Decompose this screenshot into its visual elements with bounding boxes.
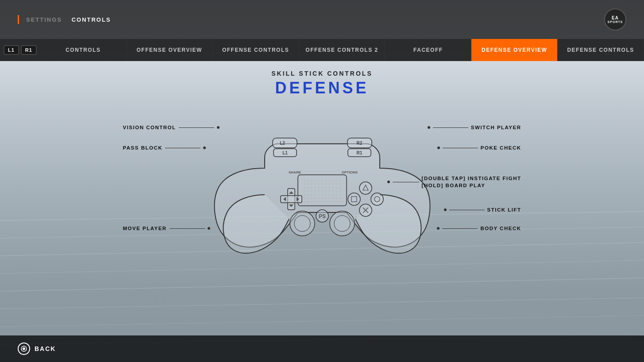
svg-text:L1: L1 (282, 150, 288, 155)
settings-label: SETTINGS (26, 16, 62, 23)
tabs: CONTROLS OFFENSE OVERVIEW OFFENSE CONTRO… (40, 39, 644, 61)
l1-button[interactable]: L1 (4, 45, 19, 55)
switch-player-text: SWITCH PLAYER (471, 125, 521, 130)
header-title: CONTROLS (72, 16, 111, 23)
svg-point-75 (314, 198, 315, 199)
tab-faceoff[interactable]: FACEOFF (385, 39, 471, 61)
svg-point-90 (328, 201, 329, 202)
svg-point-57 (328, 191, 329, 192)
svg-point-24 (328, 180, 329, 181)
tab-defense-overview[interactable]: DEFENSE OVERVIEW (471, 39, 558, 61)
body-check-text: BODY CHECK (480, 226, 521, 231)
header: SETTINGS CONTROLS EA SPORTS (0, 0, 644, 39)
diagram-section: SKILL STICK CONTROLS DEFENSE VISION CONT… (0, 61, 644, 257)
stick-lift-dot (444, 208, 447, 211)
instigate-fight-text: [DOUBLE TAP] INSTIGATE FIGHT[HOLD] BOARD… (422, 175, 521, 189)
tab-offense-overview[interactable]: OFFENSE OVERVIEW (127, 39, 213, 61)
svg-point-63 (311, 194, 312, 195)
switch-player-label: SWITCH PLAYER (428, 125, 521, 130)
move-player-text: MOVE PLAYER (123, 226, 167, 231)
svg-point-82 (339, 198, 340, 199)
ea-logo-subtext: SPORTS (608, 20, 623, 23)
svg-point-20 (314, 180, 315, 181)
back-circle-icon (18, 343, 30, 355)
svg-point-60 (339, 191, 340, 192)
svg-point-34 (325, 184, 326, 185)
svg-point-71 (339, 194, 340, 195)
vision-control-label: VISION CONTROL (123, 125, 220, 130)
svg-point-79 (328, 198, 329, 199)
svg-point-91 (332, 201, 333, 202)
svg-point-56 (325, 191, 326, 192)
svg-point-65 (318, 194, 319, 195)
svg-point-74 (311, 198, 312, 199)
bottom-bar: BACK (0, 335, 644, 362)
svg-point-42 (314, 187, 315, 188)
tab-controls[interactable]: CONTROLS (40, 39, 127, 61)
svg-point-53 (314, 191, 315, 192)
svg-text:OPTIONS: OPTIONS (341, 170, 358, 174)
instigate-fight-line (393, 182, 419, 182)
svg-point-81 (335, 198, 336, 199)
svg-point-69 (332, 194, 333, 195)
tab-offense-controls[interactable]: OFFENSE CONTROLS (213, 39, 299, 61)
svg-point-37 (335, 184, 336, 185)
svg-point-108 (359, 182, 372, 194)
svg-point-118 (23, 347, 25, 350)
svg-point-40 (307, 187, 308, 188)
ea-logo-text: EA (612, 15, 619, 20)
svg-point-44 (321, 187, 322, 188)
svg-point-32 (318, 184, 319, 185)
svg-point-36 (332, 184, 333, 185)
svg-text:R1: R1 (356, 150, 362, 155)
back-button[interactable]: BACK (18, 343, 56, 355)
svg-point-18 (307, 180, 308, 181)
defense-title: DEFENSE (275, 79, 369, 97)
svg-point-61 (304, 194, 305, 195)
svg-point-29 (307, 184, 308, 185)
svg-text:R2: R2 (356, 141, 362, 146)
header-divider (18, 15, 19, 24)
svg-point-73 (307, 198, 308, 199)
svg-point-58 (332, 191, 333, 192)
svg-rect-16 (298, 175, 347, 206)
svg-point-49 (339, 187, 340, 188)
svg-point-59 (335, 191, 336, 192)
controller-wrapper: VISION CONTROL PASS BLOCK MOVE PLAYER (123, 106, 521, 257)
svg-point-86 (314, 201, 315, 202)
back-label: BACK (35, 345, 56, 352)
body-check-label: BODY CHECK (437, 226, 521, 231)
pass-block-dot (203, 146, 206, 149)
switch-player-line (433, 127, 468, 128)
pass-block-line (165, 148, 201, 148)
svg-point-17 (304, 180, 305, 181)
svg-point-93 (339, 201, 340, 202)
svg-point-84 (307, 201, 308, 202)
stick-lift-text: STICK LIFT (487, 207, 521, 212)
svg-point-55 (321, 191, 322, 192)
svg-point-45 (325, 187, 326, 188)
svg-point-103 (294, 216, 310, 231)
svg-point-89 (325, 201, 326, 202)
svg-point-48 (335, 187, 336, 188)
pass-block-text: PASS BLOCK (123, 145, 163, 150)
svg-point-27 (339, 180, 340, 181)
svg-text:SHARE: SHARE (288, 170, 301, 174)
move-player-label: MOVE PLAYER (123, 226, 210, 231)
header-left: SETTINGS CONTROLS (18, 15, 111, 24)
svg-point-46 (328, 187, 329, 188)
tab-offense-controls-2[interactable]: OFFENSE CONTROLS 2 (299, 39, 386, 61)
svg-point-110 (348, 193, 360, 205)
stick-lift-line (449, 210, 485, 210)
svg-point-67 (325, 194, 326, 195)
svg-point-78 (325, 198, 326, 199)
svg-point-41 (311, 187, 312, 188)
tab-defense-controls[interactable]: DEFENSE CONTROLS (558, 39, 644, 61)
main-content: SKILL STICK CONTROLS DEFENSE VISION CONT… (0, 61, 644, 362)
svg-point-64 (314, 194, 315, 195)
svg-point-88 (321, 201, 322, 202)
stick-lift-label: STICK LIFT (444, 207, 521, 212)
r1-button[interactable]: R1 (21, 45, 37, 55)
header-separator (66, 16, 68, 23)
svg-point-43 (318, 187, 319, 188)
